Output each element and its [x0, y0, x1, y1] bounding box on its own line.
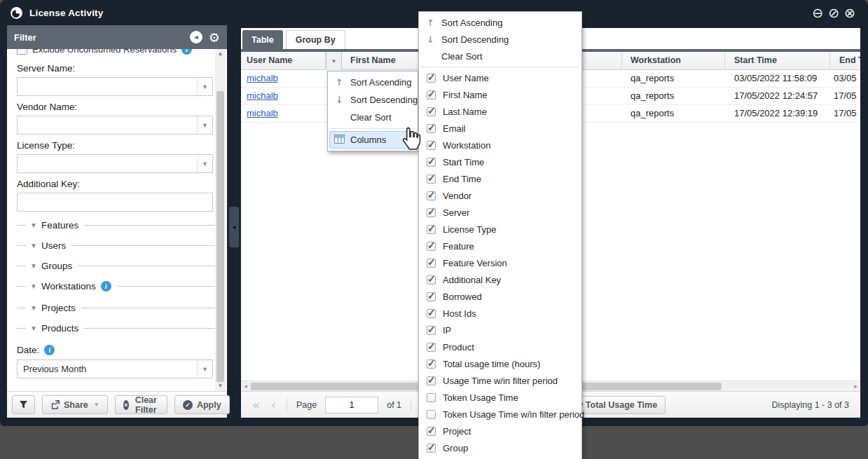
- checked-checkbox-icon[interactable]: [427, 309, 436, 318]
- additional-key-input[interactable]: [17, 193, 213, 212]
- section-groups[interactable]: ▼ Groups: [17, 259, 216, 273]
- columns-menu-item[interactable]: First Name: [420, 86, 580, 103]
- checked-checkbox-icon[interactable]: [427, 124, 436, 133]
- columns-menu-item[interactable]: Last Name: [420, 103, 580, 120]
- previous-page-icon[interactable]: ‹: [266, 398, 282, 412]
- menu-item-sort-ascending[interactable]: ↑ Sort Ascending: [420, 14, 580, 31]
- column-header-user-name[interactable]: User Name: [241, 52, 326, 70]
- section-workstations[interactable]: ▼ Workstations i: [17, 279, 216, 293]
- date-combo[interactable]: Previous Month ▼: [17, 359, 213, 378]
- checked-checkbox-icon[interactable]: [427, 343, 436, 352]
- menu-item-sort-descending[interactable]: ↓ Sort Descending: [329, 91, 416, 109]
- menu-item-sort-descending[interactable]: ↓ Sort Descending: [420, 31, 580, 48]
- section-products[interactable]: ▼ Products: [17, 321, 216, 335]
- checked-checkbox-icon[interactable]: [427, 444, 436, 453]
- columns-menu-item[interactable]: License Type: [420, 221, 580, 238]
- columns-menu-item[interactable]: Total usage time (hours): [420, 355, 580, 372]
- column-header-start-time[interactable]: Start Time: [726, 52, 830, 70]
- scroll-down-icon[interactable]: ▼: [215, 381, 226, 391]
- columns-menu-item[interactable]: Token Usage Time w/in filter period: [420, 406, 580, 423]
- license-type-combo[interactable]: ▼: [17, 154, 213, 173]
- checked-checkbox-icon[interactable]: [427, 275, 436, 285]
- section-users[interactable]: ▼ Users: [17, 238, 216, 252]
- checked-checkbox-icon[interactable]: [427, 292, 436, 301]
- columns-menu-item[interactable]: Group: [420, 439, 580, 456]
- checked-checkbox-icon[interactable]: [427, 191, 436, 200]
- checked-checkbox-icon[interactable]: [427, 326, 436, 335]
- checked-checkbox-icon[interactable]: [427, 107, 436, 116]
- user-name-link[interactable]: michalb: [247, 73, 278, 83]
- checked-checkbox-icon[interactable]: [427, 427, 436, 436]
- tab-group-by[interactable]: Group By: [286, 30, 345, 49]
- checked-checkbox-icon[interactable]: [427, 242, 436, 251]
- filter-scrollbar[interactable]: ▲ ▼: [215, 49, 226, 391]
- scrollbar-thumb[interactable]: [216, 91, 224, 382]
- tab-table[interactable]: Table: [242, 30, 283, 49]
- page-number-input[interactable]: [325, 397, 378, 413]
- checked-checkbox-icon[interactable]: [427, 74, 436, 83]
- columns-menu-item[interactable]: IP: [420, 322, 580, 338]
- columns-menu-item[interactable]: Email: [420, 120, 580, 137]
- columns-menu-item[interactable]: End Time: [420, 170, 580, 187]
- user-name-link[interactable]: michalb: [247, 108, 278, 118]
- menu-item-clear-sort[interactable]: Clear Sort: [420, 48, 580, 64]
- info-icon[interactable]: i: [181, 49, 192, 55]
- minimize-icon[interactable]: ⊖: [812, 6, 823, 20]
- menu-item-clear-sort[interactable]: Clear Sort: [329, 109, 416, 126]
- unchecked-checkbox-icon[interactable]: [427, 393, 436, 402]
- columns-menu-item[interactable]: Product: [420, 338, 580, 355]
- checked-checkbox-icon[interactable]: [427, 174, 436, 184]
- columns-menu-item[interactable]: Additional Key: [420, 271, 580, 288]
- close-icon[interactable]: ⊗: [844, 6, 855, 20]
- checked-checkbox-icon[interactable]: [427, 208, 436, 217]
- columns-menu-item[interactable]: Project: [420, 423, 580, 439]
- first-page-icon[interactable]: «: [247, 398, 266, 412]
- checked-checkbox-icon[interactable]: [427, 141, 436, 150]
- columns-menu-item[interactable]: Server: [420, 204, 580, 221]
- apply-button[interactable]: ✓ Apply: [174, 395, 230, 414]
- scroll-left-icon[interactable]: ◄: [241, 381, 250, 391]
- columns-menu-item[interactable]: [420, 456, 580, 459]
- menu-item-sort-ascending[interactable]: ↑ Sort Ascending: [329, 74, 416, 91]
- columns-menu-item[interactable]: Vendor: [420, 187, 580, 204]
- collapse-panel-icon[interactable]: ◄: [190, 31, 202, 43]
- columns-menu-item[interactable]: Usage Time w/in filter period: [420, 372, 580, 389]
- columns-menu-item[interactable]: Workstation: [420, 137, 580, 153]
- columns-menu-item[interactable]: Host Ids: [420, 305, 580, 322]
- columns-menu-item[interactable]: Token Usage Time: [420, 389, 580, 406]
- checked-checkbox-icon[interactable]: [427, 225, 436, 234]
- checked-checkbox-icon[interactable]: [427, 376, 436, 385]
- splitter-collapse-handle[interactable]: ◄: [229, 207, 239, 247]
- chevron-down-icon[interactable]: ▼: [197, 78, 212, 95]
- columns-menu-item[interactable]: User Name: [420, 69, 580, 86]
- columns-menu-item[interactable]: Start Time: [420, 153, 580, 170]
- user-name-link[interactable]: michalb: [247, 90, 278, 101]
- column-menu-trigger[interactable]: ▼: [326, 52, 342, 70]
- scroll-up-icon[interactable]: ▲: [215, 49, 226, 59]
- scroll-right-icon[interactable]: ►: [851, 381, 860, 391]
- checked-checkbox-icon[interactable]: [427, 90, 436, 100]
- column-header-workstation[interactable]: Workstation: [622, 52, 725, 70]
- menu-item-columns[interactable]: Columns: [329, 131, 416, 149]
- share-button[interactable]: Share ▼: [42, 395, 108, 414]
- unchecked-checkbox-icon[interactable]: [427, 410, 436, 419]
- checkbox-icon[interactable]: [17, 49, 27, 55]
- chevron-down-icon[interactable]: ▼: [197, 116, 212, 134]
- server-name-combo[interactable]: ▼: [17, 77, 213, 96]
- section-projects[interactable]: ▼ Projects: [17, 301, 216, 315]
- restore-icon[interactable]: ⊘: [828, 6, 839, 20]
- column-header-end-time[interactable]: End Time: [831, 52, 860, 70]
- chevron-down-icon[interactable]: ▼: [197, 155, 212, 172]
- checked-checkbox-icon[interactable]: [427, 259, 436, 268]
- checked-checkbox-icon[interactable]: [427, 359, 436, 369]
- checked-checkbox-icon[interactable]: [427, 158, 436, 167]
- columns-menu-item[interactable]: Borrowed: [420, 288, 580, 305]
- filter-button[interactable]: [12, 395, 35, 414]
- gear-icon[interactable]: ⚙: [209, 30, 220, 45]
- vendor-name-combo[interactable]: ▼: [17, 116, 213, 135]
- info-icon[interactable]: i: [101, 281, 111, 292]
- clear-filter-button[interactable]: × Clear Filter: [115, 395, 167, 414]
- columns-menu-item[interactable]: Feature: [420, 238, 580, 254]
- columns-menu-item[interactable]: Feature Version: [420, 254, 580, 271]
- info-icon[interactable]: i: [44, 345, 55, 355]
